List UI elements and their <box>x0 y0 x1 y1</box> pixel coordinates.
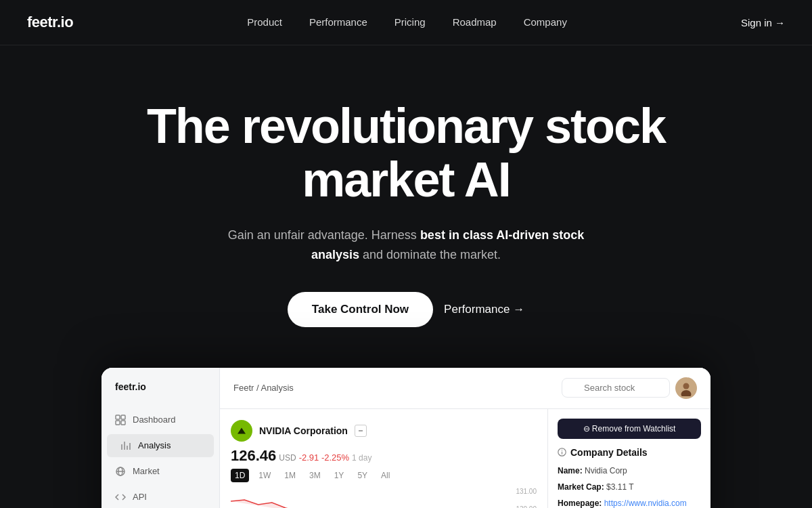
chart-y-label-high: 131.00 <box>506 488 537 495</box>
sidebar-item-dashboard[interactable]: Dashboard <box>102 408 219 431</box>
company-details-title: Company Details <box>558 447 701 458</box>
chart-tab-1w[interactable]: 1W <box>254 469 275 482</box>
cta-primary-button[interactable]: Take Control Now <box>288 292 433 327</box>
cta-secondary-button[interactable]: Performance → <box>444 303 524 316</box>
svg-rect-3 <box>121 421 125 425</box>
chart-tabs: 1D 1W 1M 3M 1Y 5Y All <box>231 469 537 482</box>
svg-point-19 <box>562 450 562 450</box>
stock-header: NVIDIA Corporation <box>231 420 537 442</box>
company-homepage-row: Homepage: https://www.nvidia.com <box>558 497 701 508</box>
expand-icon <box>357 427 364 434</box>
company-name-row: Name: Nvidia Corp <box>558 465 701 477</box>
dashboard-header: Feetr / Analysis <box>220 368 710 409</box>
homepage-label: Homepage: <box>558 499 602 508</box>
avatar-icon <box>678 380 694 396</box>
stock-price: 126.46 <box>231 447 276 465</box>
dashboard-sidebar: feetr.io Dashboard Analysis <box>102 368 220 508</box>
stock-name: NVIDIA Corporation <box>259 425 348 436</box>
chart-tab-1d[interactable]: 1D <box>231 469 249 482</box>
stock-logo <box>231 420 252 442</box>
marketcap-value: $3.11 T <box>606 482 633 492</box>
bar-chart-icon <box>120 440 131 451</box>
sidebar-item-api[interactable]: API <box>102 486 219 508</box>
svg-rect-2 <box>116 421 120 425</box>
code-icon <box>115 492 126 503</box>
dashboard-main: Feetr / Analysis <box>220 368 710 508</box>
hero-subtitle: Gain an unfair advantage. Harness best i… <box>223 226 589 265</box>
marketcap-label: Market Cap: <box>558 482 604 492</box>
logo[interactable]: feetr.io <box>27 14 73 31</box>
chart-tab-1m[interactable]: 1M <box>280 469 300 482</box>
hero-subtitle-plain: Gain an unfair advantage. Harness <box>228 228 420 242</box>
company-name-value: Nvidia Corp <box>585 466 627 475</box>
chart-tab-3m[interactable]: 3M <box>305 469 325 482</box>
sidebar-item-analysis[interactable]: Analysis <box>107 434 214 457</box>
sidebar-analysis-label: Analysis <box>138 440 171 450</box>
stock-chart <box>231 488 505 508</box>
search-wrapper <box>562 378 670 398</box>
dashboard-preview: feetr.io Dashboard Analysis <box>102 368 710 508</box>
svg-point-14 <box>681 390 692 396</box>
company-details: Company Details Name: Nvidia Corp Market… <box>558 447 701 508</box>
chart-y-label-mid1: 130.00 <box>506 505 537 508</box>
nav-links: Product Performance Pricing Roadmap Comp… <box>247 16 567 28</box>
search-input[interactable] <box>562 378 670 398</box>
svg-point-13 <box>683 383 690 389</box>
nav-item-performance[interactable]: Performance <box>309 16 367 28</box>
company-marketcap-row: Market Cap: $3.11 T <box>558 481 701 493</box>
chart-svg-wrapper: 131.00 130.00 129.00 128.00 <box>231 488 537 508</box>
globe-icon <box>115 466 126 477</box>
dashboard-logo: feetr.io <box>102 381 219 406</box>
breadcrumb: Feetr / Analysis <box>233 383 294 393</box>
dashboard-inner: feetr.io Dashboard Analysis <box>102 368 710 508</box>
homepage-link[interactable]: https://www.nvidia.com <box>604 499 687 508</box>
avatar <box>675 377 697 399</box>
dashboard-content: NVIDIA Corporation 126.46 USD -2 <box>220 409 710 508</box>
price-row: 126.46 USD -2.91 -2.25% 1 day <box>231 447 537 465</box>
watchlist-button[interactable]: ⊖ Remove from Watchlist <box>558 419 701 439</box>
sidebar-api-label: API <box>133 492 147 502</box>
info-icon <box>558 448 566 457</box>
chart-tab-5y[interactable]: 5Y <box>353 469 371 482</box>
svg-rect-1 <box>121 415 125 419</box>
sidebar-dashboard-label: Dashboard <box>133 415 176 425</box>
stock-change: -2.91 -2.25% <box>299 452 349 463</box>
chart-tab-1y[interactable]: 1Y <box>330 469 348 482</box>
grid-icon <box>115 415 126 425</box>
stock-currency: USD <box>279 453 296 463</box>
stock-period: 1 day <box>352 453 371 463</box>
hero-title: The revolutionary stock market AI <box>102 100 710 207</box>
right-panel: ⊖ Remove from Watchlist Company Details … <box>548 409 710 508</box>
chart-area: NVIDIA Corporation 126.46 USD -2 <box>220 409 548 508</box>
company-name-label: Name: <box>558 466 583 475</box>
nav-item-pricing[interactable]: Pricing <box>394 16 426 28</box>
sidebar-market-label: Market <box>133 466 160 476</box>
signin-button[interactable]: Sign in → <box>741 17 785 28</box>
navbar: feetr.io Product Performance Pricing Roa… <box>0 0 812 45</box>
hero-section: The revolutionary stock market AI Gain a… <box>0 45 812 368</box>
stock-expand-button[interactable] <box>355 425 367 437</box>
sidebar-item-market[interactable]: Market <box>102 460 219 483</box>
chart-tab-all[interactable]: All <box>377 469 394 482</box>
hero-buttons: Take Control Now Performance → <box>288 292 524 327</box>
search-area <box>562 377 697 399</box>
svg-rect-0 <box>116 415 120 419</box>
nav-item-roadmap[interactable]: Roadmap <box>453 16 497 28</box>
hero-subtitle-end: and dominate the market. <box>359 248 501 261</box>
nav-item-company[interactable]: Company <box>524 16 567 28</box>
nav-item-product[interactable]: Product <box>247 16 282 28</box>
